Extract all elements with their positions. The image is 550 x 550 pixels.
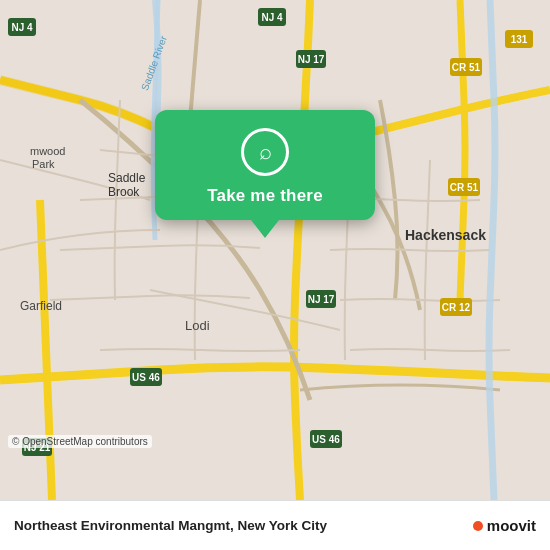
popup-label: Take me there [207,186,323,206]
svg-text:NJ 4: NJ 4 [261,12,283,23]
svg-text:NJ 17: NJ 17 [308,294,335,305]
moovit-logo: moovit [473,517,536,534]
svg-text:CR 51: CR 51 [452,62,481,73]
moovit-brand-text: moovit [487,517,536,534]
svg-text:Park: Park [32,158,55,170]
svg-text:NJ 17: NJ 17 [298,54,325,65]
location-title: Northeast Environmental Mangmt, New York… [14,518,327,533]
take-me-there-popup[interactable]: ⌕ Take me there [155,110,375,220]
moovit-dot-icon [473,521,483,531]
map-container: NJ 4 NJ 4 NJ 17 NJ 17 NJ 21 US 46 US 46 … [0,0,550,500]
svg-text:Garfield: Garfield [20,299,62,313]
svg-text:US 46: US 46 [132,372,160,383]
osm-attribution: © OpenStreetMap contributors [8,435,152,448]
bottom-bar: Northeast Environmental Mangmt, New York… [0,500,550,550]
location-icon-circle: ⌕ [241,128,289,176]
svg-text:US 46: US 46 [312,434,340,445]
svg-text:NJ 4: NJ 4 [11,22,33,33]
svg-text:131: 131 [511,34,528,45]
svg-text:CR 12: CR 12 [442,302,471,313]
svg-text:Saddle: Saddle [108,171,146,185]
pin-icon: ⌕ [259,139,272,165]
svg-text:mwood: mwood [30,145,65,157]
svg-text:CR 51: CR 51 [450,182,479,193]
svg-text:Hackensack: Hackensack [405,227,486,243]
svg-text:Lodi: Lodi [185,318,210,333]
svg-text:Brook: Brook [108,185,140,199]
